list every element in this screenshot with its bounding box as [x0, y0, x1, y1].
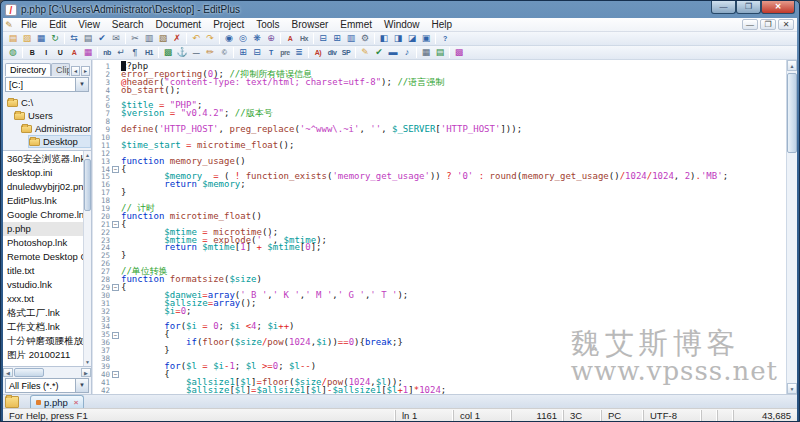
file-list-item[interactable]: 十分钟磨颈腰椎放松操: [3, 334, 83, 348]
mdi-close-button[interactable]: ✕: [778, 19, 794, 30]
mail-icon[interactable]: ✉: [109, 32, 123, 45]
menu-item-search[interactable]: Search: [106, 19, 150, 30]
span-tag-icon[interactable]: SP: [339, 46, 353, 59]
hscrollbar-track[interactable]: [13, 368, 81, 377]
directory-panel-toggle-icon[interactable]: ◧: [377, 32, 391, 45]
bold-icon[interactable]: B: [25, 46, 39, 59]
menu-item-document[interactable]: Document: [150, 19, 208, 30]
insert-table-icon[interactable]: ⊞: [236, 46, 250, 59]
code-line[interactable]: 3@header("content-Type: text/html; chars…: [93, 79, 786, 87]
fold-collapse-icon[interactable]: −: [112, 332, 119, 339]
new-document-icon[interactable]: ▤: [6, 32, 20, 45]
mdi-minimize-button[interactable]: —: [742, 19, 758, 30]
tree-node-desktop[interactable]: Desktop: [28, 135, 91, 148]
view-in-browser-icon[interactable]: ◍: [6, 46, 20, 59]
menu-item-tools[interactable]: Tools: [250, 19, 285, 30]
code-line[interactable]: 37 }: [93, 347, 786, 355]
menu-item-window[interactable]: Window: [378, 19, 426, 30]
file-list-scrollbar[interactable]: ▲ ▼: [83, 151, 91, 366]
file-list-item[interactable]: title.txt: [3, 264, 83, 278]
editor-scrollbar[interactable]: ▲ ▼: [786, 60, 797, 394]
menu-item-view[interactable]: View: [72, 19, 106, 30]
div-tag-icon[interactable]: div: [325, 46, 339, 59]
file-list-item[interactable]: 格式工厂.lnk: [3, 306, 83, 320]
hex-viewer-icon[interactable]: Hx: [297, 32, 311, 45]
tree-node-users[interactable]: Users: [14, 109, 91, 122]
code-line[interactable]: 36 if(floor($size/pow(1024,$i))==0){brea…: [93, 339, 786, 347]
find-icon[interactable]: ◉: [222, 32, 236, 45]
paste-icon[interactable]: ▧: [156, 32, 170, 45]
paragraph-icon[interactable]: ¶: [128, 46, 142, 59]
scrollbar-thumb[interactable]: [787, 73, 797, 153]
fold-collapse-icon[interactable]: −: [112, 221, 119, 228]
copy-icon[interactable]: ▥: [142, 32, 156, 45]
insert-object-icon[interactable]: ▦: [419, 46, 433, 59]
menu-item-project[interactable]: Project: [207, 19, 250, 30]
chevron-down-icon[interactable]: ▼: [75, 78, 88, 91]
document-tab-active[interactable]: p.php ×: [30, 395, 84, 408]
print-icon[interactable]: ▤: [81, 32, 95, 45]
ftp-transfer-icon[interactable]: ⇆: [67, 32, 81, 45]
highlight-color-icon[interactable]: ▦: [81, 46, 95, 59]
tab-close-icon[interactable]: ×: [74, 398, 79, 407]
code-line[interactable]: 20function microtime_float(): [93, 213, 786, 221]
nbsp-icon[interactable]: nb: [100, 46, 114, 59]
insert-music-icon[interactable]: ♪: [400, 46, 414, 59]
list-icon[interactable]: ≣: [292, 46, 306, 59]
maximize-button[interactable]: ❐: [736, 1, 761, 14]
menu-item-file[interactable]: File: [15, 19, 43, 30]
mark-occurrence-icon[interactable]: ⊕: [264, 32, 278, 45]
menu-item-browser[interactable]: Browser: [286, 19, 335, 30]
scroll-up-icon[interactable]: ▲: [787, 60, 797, 71]
file-list-item[interactable]: 工作文档.lnk: [3, 320, 83, 334]
font-color-icon[interactable]: A: [67, 46, 81, 59]
drive-selector[interactable]: [C:] ▼: [5, 77, 89, 92]
menu-item-help[interactable]: Help: [426, 19, 459, 30]
fold-collapse-icon[interactable]: −: [112, 371, 119, 378]
file-list-item[interactable]: 360安全浏览器.lnk: [3, 152, 83, 166]
find-in-files-icon[interactable]: ❋: [250, 32, 264, 45]
mdi-restore-button[interactable]: ❐: [760, 19, 776, 30]
code-line[interactable]: 32 $i=0;: [93, 308, 786, 316]
file-list-item[interactable]: EditPlus.lnk: [3, 194, 83, 208]
cut-icon[interactable]: ✂: [128, 32, 142, 45]
output-panel-toggle-icon[interactable]: ◪: [405, 32, 419, 45]
tab-scroll-right-icon[interactable]: ▸: [81, 66, 90, 76]
file-list-item[interactable]: vstudio.lnk: [3, 278, 83, 292]
menu-item-edit[interactable]: Edit: [43, 19, 72, 30]
code-line[interactable]: 9define('HTTP_HOST', preg_replace('~^www…: [93, 126, 786, 134]
tab-cliptext[interactable]: Clipt: [51, 63, 70, 76]
fullscreen-icon[interactable]: ▣: [419, 32, 433, 45]
fold-collapse-icon[interactable]: −: [112, 284, 119, 291]
color-picker-icon[interactable]: ▩: [452, 46, 466, 59]
code-line[interactable]: 25}: [93, 252, 786, 260]
file-list-item[interactable]: desktop.ini: [3, 166, 83, 180]
code-line[interactable]: 28function formatsize($size): [93, 276, 786, 284]
accesskey-icon[interactable]: A): [311, 46, 325, 59]
context-help-icon[interactable]: ?: [438, 32, 452, 45]
reload-icon[interactable]: ↻: [48, 32, 62, 45]
underline-icon[interactable]: U: [53, 46, 67, 59]
menu-item-emmet[interactable]: Emmet: [334, 19, 378, 30]
file-list-item[interactable]: dnuledwybjrj02.png: [3, 180, 83, 194]
file-filter-selector[interactable]: All Files (*.*) ▼: [5, 378, 89, 393]
code-line[interactable]: 39 for($l = $i-1; $l >=0; $l--): [93, 363, 786, 371]
word-wrap-icon[interactable]: ⊟: [316, 32, 330, 45]
special-char-icon[interactable]: ©: [217, 46, 231, 59]
font-icon[interactable]: A: [283, 32, 297, 45]
split-window-icon[interactable]: ⊞: [330, 32, 344, 45]
tab-list-icon[interactable]: [5, 396, 19, 408]
code-line[interactable]: 18: [93, 197, 786, 205]
code-line[interactable]: 7$version = "v0.4.2"; //版本号: [93, 110, 786, 118]
delete-icon[interactable]: ✗: [170, 32, 184, 45]
scroll-up-icon[interactable]: ▲: [84, 151, 91, 159]
code-line[interactable]: 34 for($i = 0; $i <4; $i++): [93, 323, 786, 331]
code-line[interactable]: 13function memory_usage(): [93, 158, 786, 166]
close-button[interactable]: ✕: [761, 1, 795, 14]
save-icon[interactable]: ▦: [34, 32, 48, 45]
preformatted-icon[interactable]: pre: [278, 46, 292, 59]
code-editor[interactable]: 1<?php2error_reporting(0); //抑制所有错误信息3@h…: [92, 60, 786, 394]
brush-icon[interactable]: ✏: [203, 46, 217, 59]
tree-node-administrator[interactable]: Administrator: [21, 122, 91, 135]
anchor-icon[interactable]: ⚓: [175, 46, 189, 59]
